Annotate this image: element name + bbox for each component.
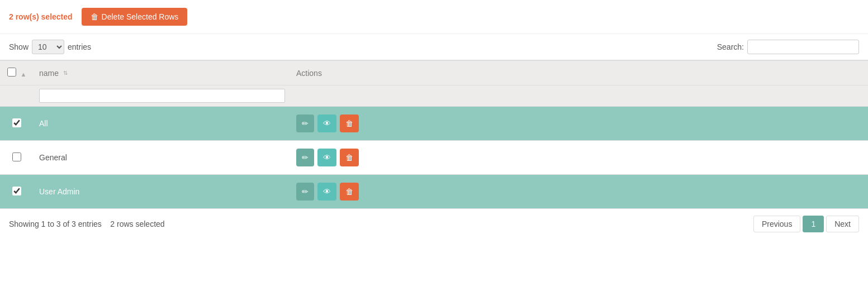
entries-label: entries: [68, 42, 91, 51]
show-entries: Show 10 25 50 100 entries: [9, 40, 91, 54]
row-3-delete-button[interactable]: 🗑: [340, 183, 359, 201]
top-bar: 2 row(s) selected 🗑 Delete Selected Rows: [0, 0, 868, 34]
filter-actions-cell: [291, 85, 868, 107]
controls-bar: Show 10 25 50 100 entries Search:: [0, 34, 868, 60]
row-3-checkbox[interactable]: [12, 187, 21, 195]
row-1-view-button[interactable]: 👁: [317, 115, 336, 132]
row-3-actions: ✏ 👁 🗑: [291, 175, 868, 209]
th-actions: Actions: [291, 61, 868, 85]
delete-button-label: Delete Selected Rows: [102, 12, 179, 21]
table-header-row: ▲ name ⇅ Actions: [0, 61, 868, 85]
showing-text: Showing 1 to 3 of 3 entries: [9, 220, 102, 228]
rows-selected-text: 2 rows selected: [110, 220, 164, 228]
row-1-checkbox[interactable]: [12, 118, 21, 127]
row-1-name: All: [34, 107, 291, 141]
entries-select[interactable]: 10 25 50 100: [32, 40, 64, 54]
row-1-actions: ✏ 👁 🗑: [291, 107, 868, 141]
sort-updown-icon: ⇅: [63, 70, 68, 76]
row-2-name: General: [34, 141, 291, 175]
row-2-actions: ✏ 👁 🗑: [291, 141, 868, 175]
search-label: Search:: [717, 42, 744, 51]
table-row: General ✏ 👁 🗑: [0, 141, 868, 175]
row-3-name: User Admin: [34, 175, 291, 209]
row-2-checkbox[interactable]: [12, 152, 21, 161]
name-column-label: name: [39, 69, 59, 78]
delete-selected-button[interactable]: 🗑 Delete Selected Rows: [82, 8, 188, 26]
filter-row: [0, 85, 868, 107]
row-2-edit-button[interactable]: ✏: [296, 149, 314, 166]
search-input[interactable]: [747, 40, 859, 54]
row-1-delete-button[interactable]: 🗑: [340, 115, 359, 132]
previous-button[interactable]: Previous: [753, 216, 800, 232]
table-row: All ✏ 👁 🗑: [0, 107, 868, 141]
actions-column-label: Actions: [296, 69, 322, 78]
th-name[interactable]: name ⇅: [34, 61, 291, 85]
show-label: Show: [9, 42, 29, 51]
data-table: ▲ name ⇅ Actions: [0, 60, 868, 209]
th-checkbox: ▲: [0, 61, 34, 85]
row-3-view-button[interactable]: 👁: [317, 183, 336, 201]
page-1-button[interactable]: 1: [803, 216, 824, 232]
name-filter-input[interactable]: [39, 89, 285, 103]
filter-checkbox-cell: [0, 85, 34, 107]
table-body: All ✏ 👁 🗑 General ✏ 👁: [0, 107, 868, 209]
row-2-checkbox-cell: [0, 141, 34, 175]
search-bar: Search:: [717, 40, 859, 54]
filter-name-cell: [34, 85, 291, 107]
sort-up-icon: ▲: [21, 71, 27, 78]
select-all-checkbox[interactable]: [7, 68, 16, 77]
row-2-delete-button[interactable]: 🗑: [340, 149, 359, 166]
row-3-edit-button[interactable]: ✏: [296, 183, 314, 201]
footer-bar: Showing 1 to 3 of 3 entries 2 rows selec…: [0, 209, 868, 239]
table-row: User Admin ✏ 👁 🗑: [0, 175, 868, 209]
row-2-view-button[interactable]: 👁: [317, 149, 336, 166]
selected-count-label: 2 row(s) selected: [9, 12, 73, 21]
row-1-edit-button[interactable]: ✏: [296, 115, 314, 132]
row-1-checkbox-cell: [0, 107, 34, 141]
pagination: Previous 1 Next: [753, 216, 859, 232]
next-button[interactable]: Next: [826, 216, 859, 232]
row-3-checkbox-cell: [0, 175, 34, 209]
trash-icon: 🗑: [91, 12, 98, 21]
footer-info: Showing 1 to 3 of 3 entries 2 rows selec…: [9, 220, 165, 228]
